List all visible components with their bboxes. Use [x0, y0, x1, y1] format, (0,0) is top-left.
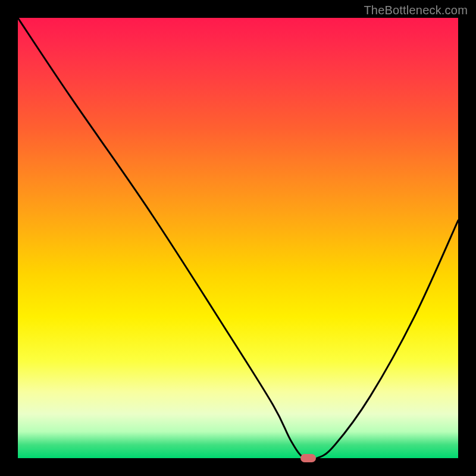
optimal-marker — [300, 454, 316, 462]
curve-layer — [18, 18, 458, 458]
plot-area — [18, 18, 458, 458]
chart-frame: TheBottleneck.com — [0, 0, 476, 476]
watermark-text: TheBottleneck.com — [364, 4, 468, 17]
bottleneck-curve — [18, 18, 458, 458]
